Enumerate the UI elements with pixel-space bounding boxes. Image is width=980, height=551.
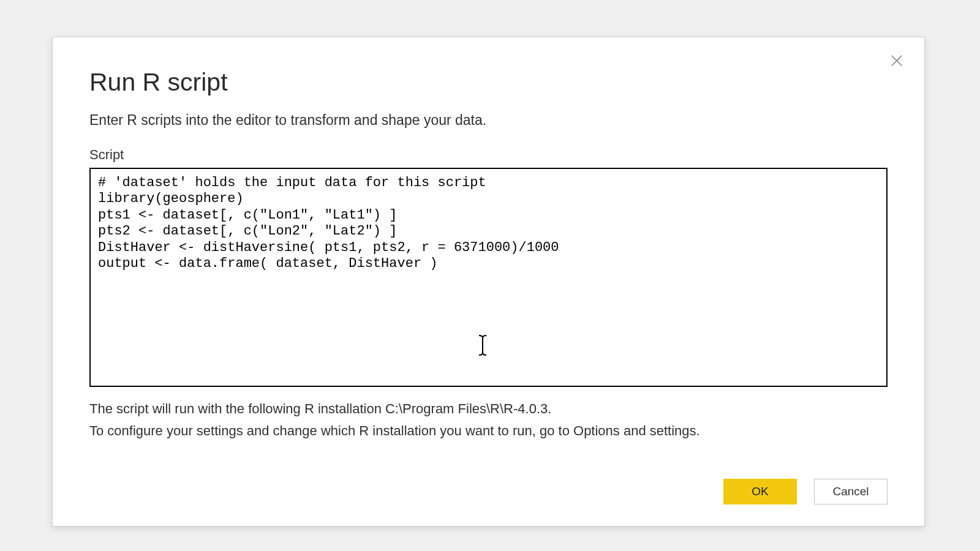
ok-button[interactable]: OK xyxy=(723,479,797,504)
r-installation-path-text: The script will run with the following R… xyxy=(89,398,888,420)
script-field-label: Script xyxy=(89,147,888,163)
dialog-title: Run R script xyxy=(89,68,888,97)
cancel-button[interactable]: Cancel xyxy=(814,479,888,504)
footer-text: The script will run with the following R… xyxy=(89,398,888,443)
dialog-subtitle: Enter R scripts into the editor to trans… xyxy=(89,112,888,129)
r-settings-hint-text: To configure your settings and change wh… xyxy=(89,420,888,442)
script-editor[interactable] xyxy=(89,168,888,387)
r-script-dialog: Run R script Enter R scripts into the ed… xyxy=(52,37,925,527)
close-icon xyxy=(890,54,903,67)
dialog-button-row: OK Cancel xyxy=(89,463,888,504)
close-button[interactable] xyxy=(884,48,909,73)
